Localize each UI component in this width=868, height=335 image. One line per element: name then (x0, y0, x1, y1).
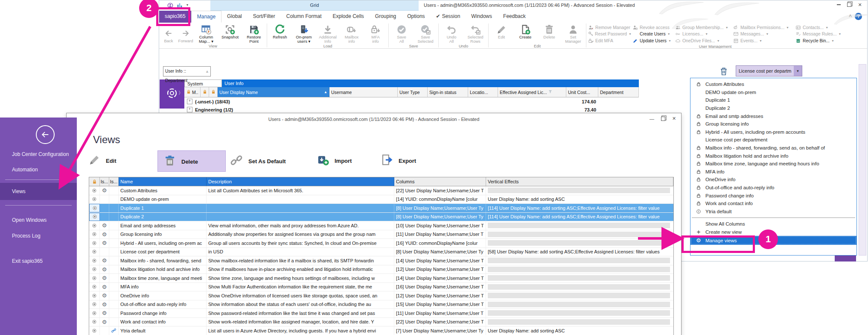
mailbox-info-button[interactable]: Mailboxinfo (340, 24, 364, 44)
close-button[interactable]: ✕ (857, 2, 863, 8)
refresh-button[interactable]: Refresh (268, 24, 292, 44)
view-menu-item-ytria-default[interactable]: Ytria default (690, 208, 856, 216)
sidebar-item-job-center-configuration[interactable]: Job Center Configuration (0, 149, 77, 160)
column-map-button[interactable]: ColumnMap... ▾ (194, 24, 218, 44)
selected-rows-button[interactable]: SelectedRows (463, 24, 487, 44)
view-menu-item-password-change-info[interactable]: Password change info (690, 191, 856, 200)
view-menu-item-duplicate-2[interactable]: Duplicate 2 (690, 104, 856, 112)
radio-icon[interactable] (89, 291, 100, 300)
grid-column-lock-1[interactable] (201, 87, 209, 97)
view-row-duplicate-2[interactable]: Duplicate 2[8] User Display Name;Usernam… (89, 213, 673, 222)
view-row-mfa-info[interactable]: ⚙MFA infoShow Multi Factor Authenticatio… (89, 283, 673, 292)
save-selected-button[interactable]: SaveSelected (414, 24, 437, 44)
view-row-mailbox-info-shared-forwarding-send[interactable]: ⚙Mailbox info - shared, forwarding, send… (89, 256, 673, 265)
tab-grouping[interactable]: Grouping (370, 11, 402, 23)
grid-column-unit-cost[interactable]: Unit Cost... (566, 87, 598, 97)
grid-column-user-display-name[interactable]: User Display Name▲ (218, 87, 329, 97)
radio-icon[interactable] (89, 309, 100, 317)
radio-icon[interactable] (89, 265, 100, 274)
mfa-info-button[interactable]: MFAinfo (364, 24, 387, 44)
restore-button[interactable] (846, 2, 852, 8)
radio-icon[interactable] (89, 213, 100, 221)
radio-icon[interactable] (89, 186, 100, 195)
gear-icon[interactable]: ⚙ (100, 186, 109, 195)
import-button[interactable]: Import (317, 153, 352, 168)
view-selector[interactable]: License cost per departm ▼ (736, 65, 802, 76)
view-menu-item-mailbox-litigation-hold-and-archive-info[interactable]: Mailbox litigation hold and archive info (690, 152, 856, 160)
sidebar-item-open-windows[interactable]: Open Windows (0, 215, 77, 226)
tab-feedback[interactable]: Feedback (498, 11, 531, 23)
gear-icon[interactable]: ⚙ (100, 318, 109, 326)
gear-icon[interactable]: ⚙ (100, 265, 109, 274)
restore-point-button[interactable]: RestorePoint (242, 24, 266, 44)
view-row-mailbox-litigation-hold-and-archive-info[interactable]: ⚙Mailbox litigation hold and archive inf… (89, 265, 673, 274)
radio-icon[interactable] (89, 248, 100, 256)
create-button[interactable]: Create (513, 24, 537, 44)
header-description[interactable]: Description (207, 177, 394, 186)
header-vertical-effects[interactable]: Vertical Effects (486, 177, 673, 186)
menu-item-show-all-columns[interactable]: Show All Columns (690, 220, 856, 228)
undo-all-button[interactable]: UndoAll (440, 24, 463, 44)
view-menu-item-work-and-contact-info[interactable]: Work and contact info (690, 200, 856, 208)
messages-button[interactable]: Messages...▼ (732, 31, 795, 37)
tab-options[interactable]: Options (402, 11, 430, 23)
grid-column-user-type[interactable]: User Type (398, 87, 428, 97)
revoke-access-button[interactable]: Revoke access (632, 24, 674, 31)
create-users-button[interactable]: Create Users▼ (632, 31, 674, 37)
gear-icon[interactable]: ⚙ (100, 256, 109, 265)
view-menu-item-onedrive-info[interactable]: OneDrive info (690, 176, 856, 184)
dialog-restore-button[interactable] (660, 116, 666, 121)
view-row-duplicate-1[interactable]: Duplicate 1[8] User Display Name;Usernam… (89, 204, 673, 213)
radio-icon[interactable] (89, 230, 100, 239)
tab-column-format[interactable]: Column Format (281, 11, 327, 23)
sidebar-item-views[interactable]: Views (0, 183, 77, 200)
radio-icon[interactable] (89, 239, 100, 247)
grouping-selector[interactable]: User Info :: Department ▲ (163, 66, 211, 76)
tab-manage[interactable]: Manage (191, 11, 221, 23)
gear-icon[interactable]: ⚙ (100, 239, 109, 247)
gear-icon[interactable]: ⚙ (100, 291, 109, 300)
mailbox-permissions-button[interactable]: Mailbox Permissions...▼ (732, 24, 795, 31)
events-button[interactable]: Events...▼ (732, 38, 795, 44)
grid-column-department[interactable]: Department (598, 87, 639, 97)
view-menu-item-mailbox-time-zone-language-and-meeting-hours-info[interactable]: Mailbox time zone, language and meeting … (690, 160, 856, 168)
set-manager-button[interactable]: SetManager (561, 24, 585, 44)
edit-view-button[interactable]: Edit (88, 153, 117, 168)
header-name[interactable]: Name (119, 177, 207, 186)
view-row-out-of-office-and-auto-reply-info[interactable]: ⚙Out-of-office and auto-reply infoShow i… (89, 300, 673, 309)
grid-column-effective-assigned-lic[interactable]: Effective Assigned Lic... (498, 87, 566, 97)
sidebar-item-exit-sapio365[interactable]: Exit sapio365 (0, 256, 77, 267)
view-menu-item-mfa-info[interactable]: MFA info (690, 168, 856, 176)
snapshot-button[interactable]: Snapshot (218, 24, 242, 44)
view-menu-item-group-licensing-info[interactable]: Group licensing info (690, 120, 856, 128)
expand-icon[interactable]: + (187, 107, 192, 112)
view-row-hybrid-all-users-including-on-prem-ac[interactable]: ⚙Hybrid - All users, including on-prem a… (89, 239, 673, 248)
view-menu-item-duplicate-1[interactable]: Duplicate 1 (690, 96, 856, 104)
view-menu-item-mailbox-info-shared-forwarding-send-as-on-behalf-of[interactable]: Mailbox info - shared, forwarding, send … (690, 144, 856, 152)
header-is[interactable]: Is... (100, 177, 109, 186)
dialog-minimize-button[interactable]: — (649, 116, 655, 121)
view-menu-item-out-of-office-and-auto-reply-info[interactable]: Out-of-office and auto-reply info (690, 184, 856, 192)
radio-icon[interactable] (89, 318, 100, 326)
edit-mfa-button[interactable]: Edit MFA (587, 38, 632, 44)
radio-icon[interactable] (89, 195, 100, 204)
message-rules-button[interactable]: Message Rules...▼ (795, 31, 843, 37)
dialog-close-button[interactable]: ✕ (671, 116, 677, 121)
gear-icon[interactable]: ⚙ (100, 230, 109, 239)
update-users-button[interactable]: Update Users▼ (632, 38, 674, 44)
radio-icon[interactable] (89, 274, 100, 282)
delete-button[interactable]: Delete (537, 24, 561, 44)
view-menu-item-custom-attributes[interactable]: Custom Attributes (690, 80, 856, 88)
sidebar-item-process-log[interactable]: Process Log (0, 230, 77, 241)
save-all-button[interactable]: SaveAll (390, 24, 414, 44)
view-row-demo-update-on-prem[interactable]: DEMO update on-prem[14] YUID: commonDisp… (89, 195, 673, 204)
radio-icon[interactable] (89, 283, 100, 291)
sidebar-item-automation[interactable]: Automation (0, 164, 77, 175)
onedrive-files-button[interactable]: OneDrive Files...▼ (674, 38, 732, 44)
set-as-default-button[interactable]: Set As Default (230, 153, 286, 169)
view-menu-item-demo-update-on-prem[interactable]: DEMO update on-prem (690, 88, 856, 97)
gear-icon[interactable]: ⚙ (100, 221, 109, 230)
view-menu-item-hybrid-all-users-including-on-prem-accounts[interactable]: Hybrid - All users, including on-prem ac… (690, 128, 856, 136)
forward-button[interactable]: Forward (177, 24, 194, 44)
grid-column-username[interactable]: Username (329, 87, 398, 97)
